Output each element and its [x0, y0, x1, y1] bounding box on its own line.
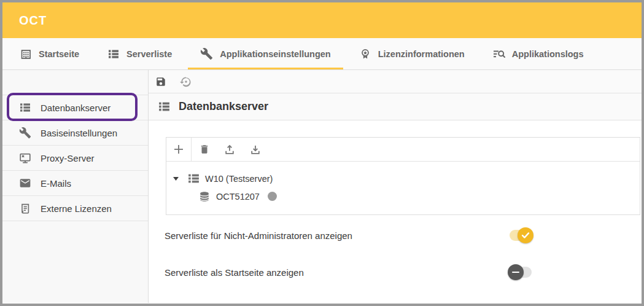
- save-button[interactable]: [155, 76, 166, 87]
- server-list-icon: [187, 172, 200, 185]
- mail-icon: [19, 177, 31, 189]
- list-icon: [19, 101, 31, 114]
- history-restore-button[interactable]: [180, 76, 192, 88]
- add-server-button[interactable]: [166, 138, 191, 161]
- sidebar-item-externe-lizenzen[interactable]: Externe Lizenzen: [2, 196, 148, 221]
- tab-applikationseinstellungen[interactable]: Applikationseinstellungen: [188, 38, 343, 69]
- tree-node-label: OCT51207: [216, 192, 260, 202]
- collapse-arrow-icon[interactable]: [173, 177, 179, 181]
- license-icon: [19, 202, 31, 214]
- list-icon: [158, 100, 171, 113]
- tree-toolbar: [166, 138, 640, 162]
- search-list-icon: [493, 48, 505, 60]
- setting-label: Serverliste als Startseite anzeigen: [165, 267, 304, 278]
- sidebar-item-basiseinstellungen[interactable]: Basiseinstellungen: [2, 120, 148, 146]
- toggle-knob: [518, 227, 533, 243]
- actions-toolbar: [149, 70, 642, 93]
- minus-icon: [512, 272, 519, 273]
- tab-startseite[interactable]: Startseite: [7, 38, 91, 69]
- database-server-panel: W10 (Testserver) OCT51207: [166, 137, 640, 215]
- page-title: Datenbankserver: [179, 100, 268, 113]
- database-icon: [198, 190, 211, 203]
- setting-row-serverlist-startpage: Serverliste als Startseite anzeigen: [149, 263, 642, 281]
- tab-label: Applikationslogs: [512, 49, 584, 59]
- tree-node-label: W10 (Testserver): [205, 174, 273, 184]
- settings-sidebar: Datenbankserver Basiseinstellungen Proxy…: [2, 70, 149, 303]
- download-button[interactable]: [249, 143, 262, 155]
- building-icon: [20, 48, 32, 60]
- delete-server-button[interactable]: [199, 144, 210, 155]
- tree-node-database[interactable]: OCT51207: [166, 187, 640, 205]
- app-title: OCT: [19, 14, 47, 28]
- download-icon: [249, 143, 262, 155]
- app-header: OCT: [2, 2, 642, 38]
- sidebar-spacer: [2, 70, 148, 95]
- sidebar-item-label: Externe Lizenzen: [41, 203, 112, 214]
- status-dot: [268, 192, 277, 201]
- toggle-knob: [508, 264, 524, 280]
- wrench-icon: [200, 47, 213, 60]
- badge-icon: [359, 48, 371, 60]
- sidebar-item-label: Datenbankserver: [41, 103, 111, 113]
- trash-icon: [199, 144, 210, 155]
- tab-label: Startseite: [39, 49, 79, 59]
- setting-row-serverlist-nonadmin: Serverliste für Nicht-Administratoren an…: [149, 226, 642, 245]
- sidebar-item-e-mails[interactable]: E-Mails: [2, 171, 148, 196]
- toggle-serverlist-startpage[interactable]: [510, 267, 532, 278]
- main-content: Datenbankserver: [149, 70, 642, 303]
- tab-label: Applikationseinstellungen: [220, 49, 330, 59]
- sidebar-item-label: Basiseinstellungen: [41, 128, 117, 138]
- upload-button[interactable]: [223, 143, 236, 155]
- server-tree: W10 (Testserver) OCT51207: [166, 162, 640, 214]
- tab-label: Serverliste: [126, 49, 172, 59]
- plus-icon: [173, 143, 185, 155]
- sidebar-item-label: E-Mails: [41, 178, 71, 189]
- tab-lizenzinformationen[interactable]: Lizenzinformationen: [347, 38, 477, 69]
- tree-node-server[interactable]: W10 (Testserver): [166, 170, 640, 187]
- tab-label: Lizenzinformationen: [378, 49, 465, 59]
- sidebar-item-datenbankserver[interactable]: Datenbankserver: [2, 95, 148, 120]
- tab-serverliste[interactable]: Serverliste: [95, 38, 184, 69]
- check-icon: [521, 232, 530, 239]
- section-header: Datenbankserver: [149, 93, 642, 120]
- list-icon: [107, 48, 120, 60]
- sidebar-item-proxy-server[interactable]: Proxy-Server: [2, 146, 148, 171]
- setting-label: Serverliste für Nicht-Administratoren an…: [165, 230, 352, 241]
- wrench-icon: [19, 127, 31, 139]
- tab-bar: Startseite Serverliste Applikationseinst…: [2, 38, 642, 70]
- toggle-serverlist-nonadmin[interactable]: [510, 230, 532, 241]
- upload-icon: [223, 143, 236, 155]
- sidebar-item-label: Proxy-Server: [41, 153, 95, 163]
- monitor-icon: [19, 152, 31, 164]
- tab-applikationslogs[interactable]: Applikationslogs: [481, 38, 596, 69]
- app-window: OCT Startseite Serverliste: [0, 0, 644, 306]
